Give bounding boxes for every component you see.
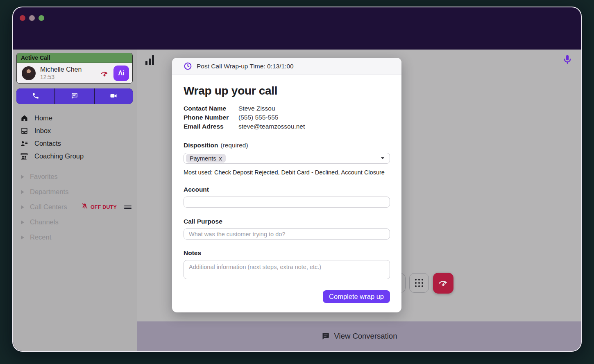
clock-icon xyxy=(184,62,192,70)
active-call-body: Michelle Chen 12:53 Λi xyxy=(17,63,132,83)
call-timer: 12:53 xyxy=(40,74,82,80)
dialpad-button[interactable] xyxy=(409,273,429,293)
phone-number-value: (555) 555-555 xyxy=(238,113,390,122)
chip-remove-icon[interactable]: x xyxy=(219,155,222,162)
conversation-icon xyxy=(321,332,330,341)
home-icon xyxy=(20,114,28,122)
active-call-header: Active Call xyxy=(17,53,132,63)
disposition-label: Disposition xyxy=(184,142,218,149)
chat-icon xyxy=(71,92,78,101)
complete-wrapup-button[interactable]: Complete wrap up xyxy=(323,290,390,303)
section-label: Call Centers xyxy=(30,203,67,211)
email-address-label: Email Adress xyxy=(184,122,238,131)
separator: , xyxy=(278,169,281,176)
sidebar-item-coaching-group[interactable]: Coaching Group xyxy=(13,150,137,163)
view-conversation-bar[interactable]: View Conversation xyxy=(137,321,581,351)
most-used-link-account-closure[interactable]: Account Closure xyxy=(341,169,384,176)
section-favorites[interactable]: Favorites xyxy=(13,169,137,184)
sidebar-item-label: Inbox xyxy=(34,127,51,135)
group-icon xyxy=(20,152,28,161)
sidebar: Active Call Michelle Chen 12:53 Λ xyxy=(13,50,137,351)
submit-row: Complete wrap up xyxy=(184,290,390,303)
video-camera-icon xyxy=(109,92,118,101)
most-used-prefix: Most used: xyxy=(184,169,214,176)
chevron-right-icon xyxy=(21,205,24,209)
chevron-right-icon xyxy=(21,190,24,194)
hangup-call-icon[interactable] xyxy=(100,69,109,78)
most-used-link-debit-card[interactable]: Debit Card - Declined xyxy=(281,169,338,176)
chevron-right-icon xyxy=(21,235,24,240)
disposition-required-hint: (required) xyxy=(220,142,248,149)
wrapup-timer-header: Post Call Wrap-up Time: 0:13/1:00 xyxy=(172,58,401,75)
wrapup-modal: Post Call Wrap-up Time: 0:13/1:00 Wrap u… xyxy=(172,58,401,312)
maximize-window-icon[interactable] xyxy=(39,15,44,21)
call-purpose-input[interactable] xyxy=(184,228,390,240)
status-toggle-icon[interactable] xyxy=(124,206,131,209)
sidebar-item-label: Contacts xyxy=(34,140,61,147)
section-departments[interactable]: Departments xyxy=(13,184,137,199)
contacts-icon xyxy=(20,140,28,148)
email-address-value: steve@teamzossou.net xyxy=(238,122,390,131)
disposition-label-row: Disposition(required) xyxy=(184,142,390,149)
ai-assistant-button[interactable]: Λi xyxy=(113,66,129,81)
offduty-badge: OFF DUTY xyxy=(81,203,117,211)
dialpad-icon xyxy=(415,279,424,287)
window-titlebar xyxy=(13,7,581,50)
minimize-window-icon[interactable] xyxy=(29,15,35,21)
sidebar-item-contacts[interactable]: Contacts xyxy=(13,137,137,150)
bar-chart-icon[interactable] xyxy=(145,55,154,65)
chip-label: Payments xyxy=(190,155,216,162)
close-window-icon[interactable] xyxy=(20,15,25,21)
section-label: Favorites xyxy=(30,173,58,181)
sidebar-item-label: Home xyxy=(34,114,52,122)
section-label: Recent xyxy=(30,233,51,241)
contact-name-value: Steve Zissou xyxy=(238,104,390,113)
wrapup-timer-text: Post Call Wrap-up Time: 0:13/1:00 xyxy=(197,63,294,70)
chevron-right-icon xyxy=(21,220,24,224)
contact-details: Contact Name Steve Zissou Phone Number (… xyxy=(184,104,390,131)
sidebar-item-label: Coaching Group xyxy=(34,152,84,160)
account-input[interactable] xyxy=(184,197,390,208)
sidebar-item-inbox[interactable]: Inbox xyxy=(13,124,137,137)
disposition-chip: Payments x xyxy=(186,154,226,163)
phone-icon xyxy=(32,92,39,101)
contact-name-label: Contact Name xyxy=(184,104,238,113)
offduty-label: OFF DUTY xyxy=(91,204,117,210)
app-window: Active Call Michelle Chen 12:53 Λ xyxy=(12,7,582,352)
view-conversation-label: View Conversation xyxy=(334,332,397,341)
caller-info: Michelle Chen 12:53 xyxy=(40,66,82,80)
microphone-icon[interactable] xyxy=(562,54,573,66)
hangup-icon xyxy=(438,277,449,289)
caller-name: Michelle Chen xyxy=(40,66,82,73)
chevron-down-icon xyxy=(381,157,384,159)
end-call-button[interactable] xyxy=(433,273,453,294)
phone-number-label: Phone Number xyxy=(184,113,238,122)
traffic-lights xyxy=(20,15,44,21)
section-call-centers[interactable]: Call Centers OFF DUTY xyxy=(13,199,137,215)
caller-avatar xyxy=(22,66,36,80)
disposition-select[interactable]: Payments x xyxy=(184,153,390,164)
modal-title: Wrap up your call xyxy=(184,85,390,97)
message-button[interactable] xyxy=(55,88,93,104)
notes-label: Notes xyxy=(184,249,390,257)
sidebar-nav: Home Inbox Contacts xyxy=(13,112,137,163)
active-call-card: Active Call Michelle Chen 12:53 Λ xyxy=(16,53,133,84)
call-purpose-label: Call Purpose xyxy=(184,218,390,225)
phone-call-button[interactable] xyxy=(16,88,54,104)
sidebar-item-home[interactable]: Home xyxy=(13,112,137,124)
bell-off-icon xyxy=(81,203,88,211)
app-content: Active Call Michelle Chen 12:53 Λ xyxy=(13,50,581,351)
section-label: Departments xyxy=(30,188,68,196)
wrapup-modal-body: Wrap up your call Contact Name Steve Zis… xyxy=(172,85,401,303)
account-label: Account xyxy=(184,186,390,193)
sidebar-sections: Favorites Departments Call Centers OFF D… xyxy=(13,169,137,245)
section-channels[interactable]: Channels xyxy=(13,215,137,230)
chevron-right-icon xyxy=(21,175,24,179)
most-used-link-check-deposit[interactable]: Check Deposit Rejected xyxy=(214,169,278,176)
ai-logo: Λi xyxy=(118,70,124,77)
most-used-row: Most used: Check Deposit Rejected, Debit… xyxy=(184,169,390,176)
notes-textarea[interactable] xyxy=(184,260,390,279)
call-action-bar xyxy=(16,88,133,104)
video-call-button[interactable] xyxy=(95,88,133,104)
section-recent[interactable]: Recent xyxy=(13,230,137,245)
